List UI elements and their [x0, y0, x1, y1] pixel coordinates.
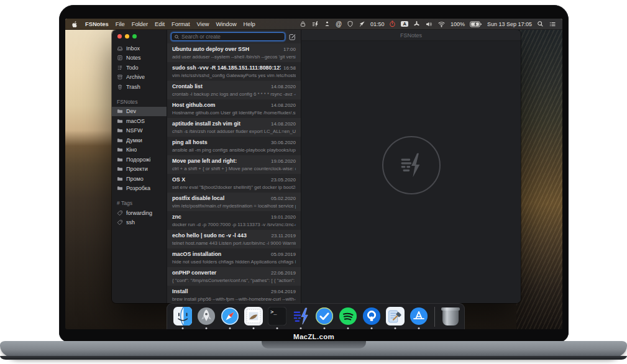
launchpad-dock-icon[interactable] [197, 307, 216, 325]
trash-dock-icon[interactable] [442, 309, 459, 325]
volume-icon[interactable] [425, 20, 432, 28]
sidebar-item-label: Trash [126, 84, 140, 90]
note-row[interactable]: aptitude install zsh vim git14.08.2020ch… [167, 118, 301, 137]
note-row[interactable]: postfix disable local05.02.2020vim /etc/… [167, 193, 301, 211]
sidebar-item-notes[interactable]: Notes [112, 53, 167, 63]
note-row[interactable]: OS X23.05.2020set env eval "$(boot2docke… [167, 174, 301, 193]
timer-icon[interactable] [389, 20, 396, 27]
shield-icon[interactable] [347, 20, 354, 27]
sidebar-item-trash[interactable]: Trash [112, 82, 167, 92]
battery-icon[interactable] [470, 21, 482, 27]
notification-center-icon[interactable] [549, 20, 556, 28]
sidebar-tag-forwarding[interactable]: forwarding [112, 208, 167, 218]
keyboard-layout-icon[interactable]: A [401, 21, 408, 27]
close-button[interactable] [117, 34, 122, 39]
minimize-button[interactable] [125, 34, 129, 39]
note-date: 05.02.2020 [271, 196, 296, 201]
menu-app-name[interactable]: FSNotes [85, 21, 109, 27]
sidebar-item-archive[interactable]: Archive [112, 73, 167, 83]
note-row[interactable]: onPHP converter22.06.2019{ "conf": "/tmp… [167, 267, 301, 286]
zoom-button[interactable] [132, 34, 137, 39]
note-row[interactable]: znc19.01.2020docker run -d -p 7000:7000 … [167, 211, 301, 230]
sidebar-folder-кіно[interactable]: Кіно [112, 145, 167, 155]
notes-icon [117, 55, 123, 61]
search-row: Search or create [167, 30, 301, 43]
note-title: onPHP converter [172, 270, 268, 276]
lock-icon[interactable] [300, 20, 306, 27]
note-row[interactable]: Ubuntu auto deploy over SSH17:00add user… [167, 43, 301, 62]
fsnotes-status-icon[interactable] [311, 20, 319, 28]
note-row[interactable]: ping all hosts30.06.2020ansible all -m p… [167, 137, 301, 155]
spotify-dock-icon[interactable] [339, 307, 357, 325]
spotlight-icon[interactable] [537, 20, 544, 27]
note-row[interactable]: macOS installation05.09.2019hide not use… [167, 248, 301, 267]
note-title: macOS installation [172, 251, 268, 257]
pushpin-icon[interactable] [359, 20, 365, 27]
user-icon[interactable] [324, 20, 331, 27]
finder-dock-icon[interactable] [173, 307, 192, 325]
safari-dock-icon[interactable] [221, 307, 239, 325]
sidebar-folder-nsfw[interactable]: NSFW [112, 126, 167, 136]
menu-item-folder[interactable]: Folder [132, 21, 148, 27]
fsnotes-dock-icon[interactable] [291, 307, 310, 325]
battery-percent[interactable]: 100% [451, 21, 465, 27]
sidebar-folder-подорожі[interactable]: Подорожі [112, 155, 167, 165]
sidebar-folder-промо[interactable]: Промо [112, 174, 167, 184]
note-date: 19.06.2020 [271, 158, 296, 164]
sidebar-library: InboxNotesTodoArchiveTrash [112, 43, 167, 92]
note-snippet: add user adduser --system --shell /bin/s… [172, 54, 296, 60]
sidebar-folder-dev[interactable]: Dev [112, 107, 167, 117]
menu-item-view[interactable]: View [197, 21, 209, 27]
menu-item-format[interactable]: Format [172, 21, 190, 27]
sidebar-folder-macos[interactable]: macOS [112, 116, 167, 126]
sidebar-folder-проекти[interactable]: Проекти [112, 165, 167, 175]
menu-bar: FSNotes FileFolderEditFormatViewWindowHe… [65, 19, 562, 30]
things-dock-icon[interactable] [315, 307, 334, 325]
folder-icon [117, 185, 123, 191]
apple-menu-icon[interactable] [71, 20, 78, 28]
xcode-dock-icon[interactable] [386, 307, 405, 325]
editor-pane: FSNotes [301, 30, 521, 303]
sidebar-folder-думки[interactable]: Думки [112, 135, 167, 145]
terminal-dock-icon[interactable]: >_ [268, 307, 286, 325]
elapsed-time[interactable]: 01:50 [370, 21, 385, 27]
search-input[interactable]: Search or create [171, 32, 285, 41]
new-note-button[interactable] [288, 32, 297, 41]
running-indicator [418, 327, 420, 329]
menu-item-file[interactable]: File [116, 21, 125, 27]
menu-clock[interactable]: Sun 13 Sep 17:05 [487, 21, 532, 27]
menu-item-window[interactable]: Window [216, 21, 237, 27]
note-date: 14.08.2020 [271, 84, 296, 89]
sidebar-folder-розробка[interactable]: Розробка [112, 184, 167, 194]
1password-dock-icon[interactable] [362, 307, 381, 325]
folder-icon [117, 127, 123, 134]
note-snippet: hide not used folders chflags hidden App… [172, 259, 296, 265]
fan-icon[interactable] [413, 20, 420, 27]
note-row[interactable]: Move pane left and right:19.06.2020ctrl … [167, 155, 301, 174]
at-sign-icon[interactable]: @ [336, 20, 342, 27]
menu-item-help[interactable]: Help [244, 21, 255, 27]
note-row[interactable]: Install29.04.2019brew install php56 --wi… [167, 286, 301, 303]
menu-item-edit[interactable]: Edit [155, 21, 165, 27]
note-title: postfix disable local [172, 195, 268, 201]
wifi-icon[interactable] [437, 20, 446, 28]
sidebar-item-label: Archive [126, 74, 145, 80]
note-row[interactable]: echo hello | sudo nc -v -l 44323.11.2019… [167, 230, 301, 248]
note-date: 19.01.2020 [271, 214, 296, 220]
note-row[interactable]: Host github.com14.08.2020Hostname github… [167, 99, 301, 118]
note-row[interactable]: sudo ssh -vvv -R 146.185.151.111:8080:12… [167, 62, 301, 81]
dock-divider [434, 307, 435, 327]
sidebar-item-todo[interactable]: Todo [112, 63, 167, 73]
note-title: echo hello | sudo nc -v -l 443 [172, 232, 269, 239]
traffic-lights [112, 30, 167, 39]
mail-dock-icon[interactable] [244, 307, 263, 325]
note-title: Install [172, 288, 268, 294]
app-store-dock-icon[interactable] [410, 307, 428, 325]
sidebar-item-label: Inbox [126, 45, 140, 52]
sidebar-section-tags: # Tags [117, 200, 162, 206]
sidebar-item-inbox[interactable]: Inbox [112, 43, 167, 53]
note-title: Crontab list [172, 83, 268, 89]
note-row[interactable]: Crontab list14.08.2020crontab -l backup … [167, 81, 301, 99]
sidebar-tag-ssh[interactable]: ssh [112, 218, 167, 228]
running-indicator [277, 327, 278, 329]
